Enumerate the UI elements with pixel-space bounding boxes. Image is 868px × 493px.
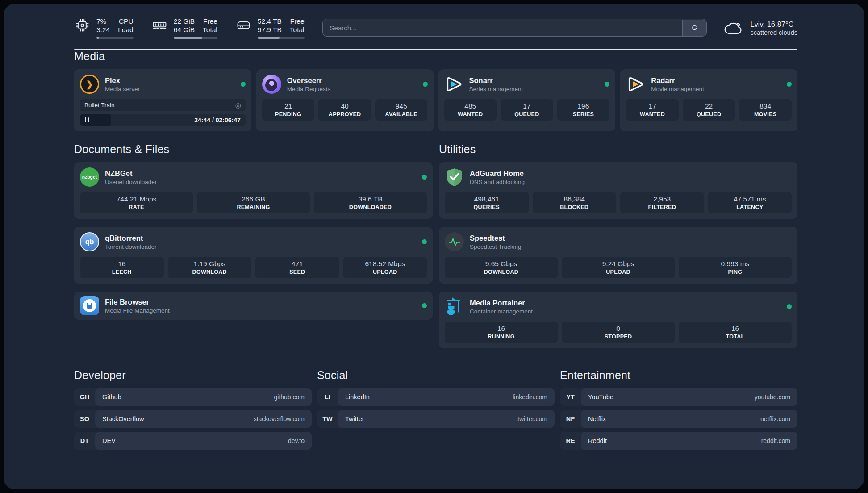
stat-running: 16RUNNING	[445, 322, 558, 343]
player-time: 24:44 / 02:06:47	[194, 117, 246, 124]
bookmark-tag: YT	[560, 388, 581, 406]
pause-icon	[85, 117, 86, 122]
bookmark-url: dev.to	[288, 437, 305, 444]
bookmark-url: netflix.com	[760, 415, 790, 422]
card-title: AdGuard Home	[470, 169, 525, 178]
status-dot	[423, 82, 428, 87]
card-title: NZBGet	[105, 169, 157, 178]
card-subtitle: Speedtest Tracking	[470, 243, 522, 250]
ram-label-1: Free	[203, 17, 217, 25]
card-radarr[interactable]: Radarr Movie management 17WANTED 22QUEUE…	[620, 69, 797, 131]
stat-upload: 9.24 GbpsUPLOAD	[562, 257, 675, 278]
stat-latency: 47.571 msLATENCY	[708, 192, 792, 213]
bookmark-reddit[interactable]: RE Reddit reddit.com	[560, 432, 797, 450]
player-elapsed	[80, 114, 111, 126]
status-dot	[241, 82, 246, 87]
utilities-column: Utilities AdGuard Home	[439, 143, 797, 348]
bookmark-tag: GH	[74, 388, 95, 406]
sonarr-icon	[444, 75, 463, 94]
overseerr-icon	[262, 75, 281, 94]
stat-total: 16TOTAL	[679, 322, 792, 343]
bookmark-netflix[interactable]: NF Netflix netflix.com	[560, 410, 797, 428]
bookmark-tag: LI	[317, 388, 338, 406]
bookmark-group-entertainment: Entertainment YT YouTube youtube.com NF …	[560, 369, 797, 450]
card-subtitle: Torrent downloader	[105, 243, 157, 250]
radarr-icon	[626, 75, 645, 94]
status-dot	[422, 175, 427, 180]
bookmark-github[interactable]: GH Github github.com	[74, 388, 312, 406]
bookmark-linkedin[interactable]: LI LinkedIn linkedin.com	[317, 388, 555, 406]
card-plex[interactable]: ❯ Plex Media server Bullet Train ◎ 24:44…	[74, 69, 251, 131]
status-dot	[422, 303, 427, 308]
disk-total: 97.9 TB	[258, 25, 282, 34]
disk-progressbar	[258, 37, 305, 39]
card-title: Media Portainer	[470, 299, 533, 307]
card-subtitle: Usenet downloader	[105, 179, 157, 185]
filebrowser-icon	[80, 296, 99, 315]
adguard-icon	[445, 167, 464, 187]
ram-total: 64 GiB	[174, 25, 195, 34]
bookmark-name: DEV	[102, 437, 116, 444]
section-title-utilities: Utilities	[439, 143, 797, 156]
cpu-label-1: CPU	[118, 17, 133, 25]
player-settings-icon[interactable]: ◎	[235, 102, 241, 109]
card-filebrowser[interactable]: File Browser Media File Management	[74, 292, 433, 320]
card-overseerr[interactable]: Overseerr Media Requests 21PENDING 40APP…	[256, 69, 434, 131]
stat-available: 945AVAILABLE	[375, 99, 428, 121]
stat-movies: 834MOVIES	[739, 99, 792, 121]
stat-queries: 498,461QUERIES	[445, 192, 529, 213]
ram-progressbar	[174, 37, 217, 39]
bookmark-dev[interactable]: DT DEV dev.to	[74, 432, 312, 450]
bookmark-name: Netflix	[588, 415, 606, 422]
ram-label-2: Total	[203, 25, 217, 34]
card-subtitle: Media Requests	[287, 86, 331, 92]
section-title-media: Media	[74, 50, 797, 63]
dashboard-panel: 7% 3.24 CPU Load	[4, 4, 864, 489]
bookmark-group-social: Social LI LinkedIn linkedin.com TW Twitt…	[317, 369, 555, 450]
bookmark-url: youtube.com	[755, 393, 790, 401]
search-provider-button[interactable]: G	[682, 20, 706, 36]
stat-remaining: 266 GBREMAINING	[197, 192, 310, 213]
player-progress-row[interactable]: 24:44 / 02:06:47	[80, 114, 246, 126]
bookmark-name: Twitter	[345, 415, 364, 422]
bookmark-youtube[interactable]: YT YouTube youtube.com	[560, 388, 797, 406]
stat-downloaded: 39.6 TBDOWNLOADED	[314, 192, 427, 213]
weather-condition: scattered clouds	[750, 29, 797, 36]
bookmark-tag: TW	[317, 410, 338, 428]
card-speedtest[interactable]: Speedtest Speedtest Tracking 9.65 GbpsDO…	[439, 227, 797, 284]
now-playing-title-row: Bullet Train ◎	[80, 99, 246, 111]
card-nzbget[interactable]: nzbget NZBGet Usenet downloader 744.21 M…	[74, 162, 433, 219]
stat-wanted: 485WANTED	[444, 99, 497, 121]
stat-wanted: 17WANTED	[626, 99, 679, 121]
qbittorrent-icon: qb	[80, 232, 99, 251]
documents-column: Documents & Files nzbget NZBGet Usenet d…	[74, 143, 433, 320]
status-dot	[787, 82, 792, 87]
card-sonarr[interactable]: Sonarr Series management 485WANTED 17QUE…	[438, 69, 616, 131]
stat-ping: 0.993 msPING	[679, 257, 792, 278]
card-qbittorrent[interactable]: qb qBittorrent Torrent downloader 16LEEC…	[74, 227, 433, 284]
bookmark-stackoverflow[interactable]: SO StackOverflow stackoverflow.com	[74, 410, 312, 428]
card-adguard[interactable]: AdGuard Home DNS and adblocking 498,461Q…	[439, 162, 797, 219]
plex-icon: ❯	[80, 75, 99, 94]
section-title-entertainment: Entertainment	[560, 369, 797, 382]
stat-blocked: 86,384BLOCKED	[533, 192, 617, 213]
bookmark-name: LinkedIn	[345, 393, 370, 401]
disk-label-2: Total	[290, 25, 305, 34]
bookmark-name: Reddit	[588, 437, 607, 444]
card-subtitle: Media File Management	[105, 307, 170, 314]
stat-leech: 16LEECH	[80, 257, 164, 278]
disk-icon	[235, 17, 252, 33]
weather-widget: Lviv, 16.87°C scattered clouds	[723, 19, 797, 37]
section-title-social: Social	[317, 369, 555, 382]
stat-stopped: 0STOPPED	[562, 322, 675, 343]
top-bar: 7% 3.24 CPU Load	[74, 17, 797, 38]
card-portainer[interactable]: Media Portainer Container management 16R…	[439, 292, 797, 348]
card-title: Radarr	[651, 76, 704, 85]
bookmark-tag: DT	[74, 432, 95, 450]
card-subtitle: DNS and adblocking	[470, 179, 525, 185]
status-dot	[422, 239, 427, 244]
search-input[interactable]	[322, 19, 707, 37]
bookmark-twitter[interactable]: TW Twitter twitter.com	[317, 410, 555, 428]
search-bar: G	[322, 19, 707, 37]
disk-free: 52.4 TB	[258, 17, 282, 25]
